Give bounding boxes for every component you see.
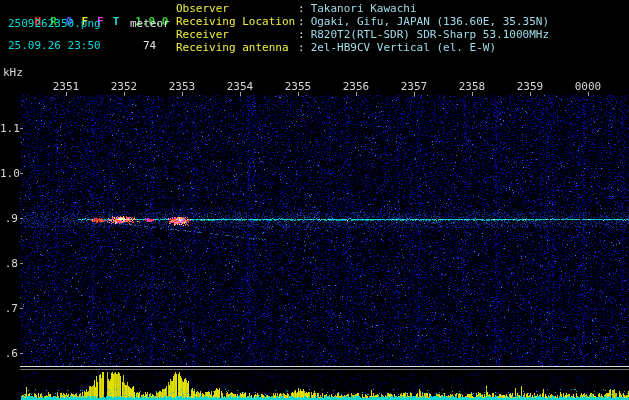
- station-label: Observer: [176, 2, 298, 15]
- station-value: R820T2(RTL-SDR) SDR-Sharp 53.1000MHz: [311, 28, 549, 41]
- station-colon: :: [298, 15, 305, 28]
- echo-count: 74: [143, 39, 156, 52]
- station-row: Receiving antenna:2el-HB9CV Vertical (el…: [176, 41, 549, 54]
- y-tick-label: .7: [0, 302, 18, 315]
- station-value: Takanori Kawachi: [311, 2, 417, 15]
- y-axis-unit: kHz: [3, 66, 23, 79]
- logo-letter: T: [113, 15, 120, 28]
- station-label: Receiver: [176, 28, 298, 41]
- x-tick-label: 2358: [456, 80, 488, 93]
- x-tick-label: 0000: [572, 80, 604, 93]
- x-tick-label: 2359: [514, 80, 546, 93]
- x-tick-label: 2352: [108, 80, 140, 93]
- y-tick-label: .8: [0, 257, 18, 270]
- y-tick-label: .6: [0, 347, 18, 360]
- station-colon: :: [298, 2, 305, 15]
- station-label: Receiving antenna: [176, 41, 298, 54]
- station-row: Receiver:R820T2(RTL-SDR) SDR-Sharp 53.10…: [176, 28, 549, 41]
- station-row: Observer:Takanori Kawachi: [176, 2, 549, 15]
- hrofft-output: HROFFT1.0.0 2509262350.png meteor 25.09.…: [0, 0, 629, 400]
- x-tick-label: 2351: [50, 80, 82, 93]
- station-label: Receiving Location: [176, 15, 298, 28]
- station-row: Receiving Location:Ogaki, Gifu, JAPAN (1…: [176, 15, 549, 28]
- timestamp: 25.09.26 23:50: [8, 39, 101, 52]
- x-tick-label: 2354: [224, 80, 256, 93]
- station-info: Observer:Takanori KawachiReceiving Locat…: [176, 2, 549, 54]
- x-tick-label: 2357: [398, 80, 430, 93]
- station-colon: :: [298, 28, 305, 41]
- spectrogram-canvas: [0, 0, 629, 400]
- y-tick-label: .9: [0, 212, 18, 225]
- x-tick-label: 2355: [282, 80, 314, 93]
- station-value: 2el-HB9CV Vertical (el. E-W): [311, 41, 496, 54]
- x-tick-label: 2356: [340, 80, 372, 93]
- x-tick-label: 2353: [166, 80, 198, 93]
- station-colon: :: [298, 41, 305, 54]
- y-tick-label: 1.0: [0, 167, 18, 180]
- output-filename: 2509262350.png: [8, 17, 101, 30]
- station-value: Ogaki, Gifu, JAPAN (136.60E, 35.35N): [311, 15, 549, 28]
- y-tick-label: 1.1: [0, 122, 18, 135]
- mode-label: meteor: [130, 17, 170, 30]
